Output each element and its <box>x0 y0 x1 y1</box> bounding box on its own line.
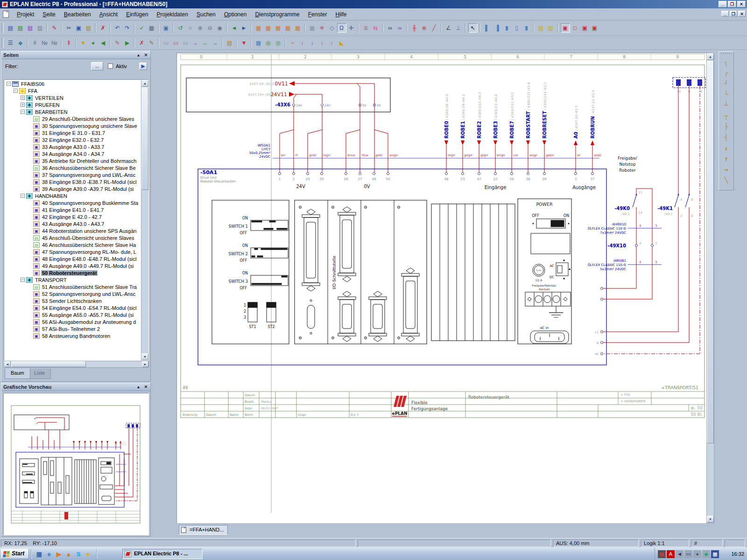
edit-plc-box-icon[interactable]: ▣ <box>590 23 599 33</box>
tree-item[interactable]: 43 Ausgänge A43.0 - A43.7 <box>5 220 141 227</box>
connection-corner-up-right-icon[interactable]: └ <box>720 89 732 99</box>
connection-point-up-icon[interactable]: ↑ <box>720 153 732 164</box>
tree-expander-icon[interactable]: − <box>21 194 25 198</box>
page-macro-save-icon[interactable]: ▶ <box>123 38 132 48</box>
tree-item[interactable]: 40 Spannungsversorgung Busklemme Sta <box>5 199 141 206</box>
tree-item[interactable]: 55 Ausgänge A55.0 -A55.7 RL-Modul (si <box>5 311 141 318</box>
connection-list-icon[interactable]: ◎ <box>274 38 283 48</box>
filter-browse-button[interactable]: ... <box>91 62 103 70</box>
t-node-down-icon[interactable]: ┬ <box>720 110 732 121</box>
drawing-vertical-scrollbar[interactable]: ▲ ▼ <box>706 53 714 523</box>
magnet-mode-icon[interactable]: Ω <box>337 23 346 33</box>
ungroup-icon[interactable]: ▨ <box>546 23 556 33</box>
menu-item-projekt[interactable]: Projekt <box>13 10 38 19</box>
tree-item[interactable]: 36 Anschlussübersicht Sicherer Slave Be <box>5 164 141 171</box>
select-tool-icon[interactable]: ↖ <box>468 23 478 33</box>
filter-dialog-icon[interactable]: ▼ <box>240 38 249 48</box>
language-icon[interactable]: ▦ <box>711 550 719 558</box>
tree-item[interactable]: +✚VERTEILEN <box>5 94 141 101</box>
tree-item[interactable]: 53 Sender Lichtschranken <box>5 297 141 304</box>
tree-item[interactable]: 48 Eingänge E48.0 -E48.7 RL-Modul (sicl <box>5 255 141 262</box>
insert-junction-icon[interactable]: ⊥ <box>454 23 463 33</box>
menu-item-suchen[interactable]: Suchen <box>192 10 220 19</box>
filter-active-checkbox[interactable] <box>108 63 113 69</box>
scroll-left-icon[interactable]: ◄ <box>4 361 11 367</box>
zoom-in-icon[interactable]: ⊕ <box>196 23 205 33</box>
grid-toggle-icon[interactable]: ▦ <box>308 23 317 33</box>
tree-item[interactable]: 46 Anschlussübersicht Sicherer Slave Ha <box>5 241 141 248</box>
pages-panel-header[interactable]: Seiten ▴ ✕ <box>1 51 150 59</box>
revision-edit-icon[interactable]: ✎ <box>147 38 156 48</box>
terminal-numbering-icon[interactable]: № <box>40 38 49 48</box>
undo-icon[interactable]: ↶ <box>113 23 122 33</box>
copy-icon[interactable]: ▣ <box>74 23 84 33</box>
folder-icon[interactable]: ■ <box>84 549 93 559</box>
tree-item[interactable]: 41 Eingänge E41.0 - E41.7 <box>5 206 141 213</box>
media-player-icon[interactable]: ▶ <box>54 549 63 559</box>
edit-terminal-strip-icon[interactable]: ≣ <box>361 23 371 33</box>
page-navigate-icon[interactable]: → <box>191 38 200 48</box>
drawing-viewport[interactable]: 012345678941X7:19- /42.2 /0V1141X7:19+ /… <box>176 53 706 523</box>
tree-item[interactable]: 30 Spannungsversogung unsichere Slave <box>5 122 141 129</box>
insert-symbol-icon[interactable]: ▦ <box>254 23 263 33</box>
check-project-icon[interactable]: ✓ <box>137 23 147 33</box>
tree-item[interactable]: 29 Anschluß-Übersicht unsichere Slaves <box>5 115 141 122</box>
insert-window-macro-icon[interactable]: ▦ <box>274 23 283 33</box>
tree-item[interactable]: 35 Antriebe für Drehteller und Bohrmasch <box>5 157 141 164</box>
insert-device-icon[interactable]: ▦ <box>293 23 303 33</box>
tree-item[interactable]: 45 Anschluß-Übersicht unsichere Slaves <box>5 234 141 241</box>
tree-expander-icon[interactable]: − <box>14 89 18 93</box>
tree-expander-icon[interactable]: − <box>21 110 25 114</box>
t-node-up-icon[interactable]: ┴ <box>720 99 732 110</box>
paste-icon[interactable]: ▤ <box>84 23 93 33</box>
previous-page-icon[interactable]: ◄ <box>230 23 239 33</box>
cable-numbering-icon[interactable]: № <box>50 38 59 48</box>
print-preview-icon[interactable]: ▣ <box>162 23 171 33</box>
properties-dialog-icon[interactable]: ▤ <box>225 38 234 48</box>
cut-icon[interactable]: ✂ <box>64 23 74 33</box>
pin-assign-1-icon[interactable]: ↓ <box>298 38 307 48</box>
group-icon[interactable]: ▨ <box>536 23 546 33</box>
panel-close-icon[interactable]: ✕ <box>143 384 149 390</box>
search-icon[interactable]: ∞ <box>386 23 395 33</box>
search-next-icon[interactable]: ∞ <box>395 23 405 33</box>
tree-item[interactable]: −✚HANDHABEN <box>5 192 141 199</box>
menu-item-ansicht[interactable]: Ansicht <box>95 10 122 19</box>
scroll-up-icon[interactable]: ▲ <box>707 53 714 60</box>
sheet-tab[interactable]: =FFA+HAND... <box>179 525 228 535</box>
tree-vscroll-thumb[interactable] <box>141 87 148 190</box>
tree-expander-icon[interactable]: + <box>21 103 25 107</box>
connection-point-down-icon[interactable]: ↓ <box>720 142 732 153</box>
pin-assign-2-icon[interactable]: ↓ <box>308 38 317 48</box>
snap-to-grid-icon[interactable]: ✳ <box>317 23 327 33</box>
preview-panel-header[interactable]: Grafische Vorschau ▴ ✕ <box>1 383 150 391</box>
scroll-down-icon[interactable]: ▼ <box>707 516 714 523</box>
symbol-select-icon[interactable]: ▼ <box>79 38 88 48</box>
menu-item-optionen[interactable]: Optionen <box>220 10 251 19</box>
next-page-icon[interactable]: ► <box>240 23 249 33</box>
maximize-button[interactable]: ❐ <box>728 1 736 7</box>
settings-wrench-icon[interactable]: ✎ <box>50 23 59 33</box>
page-copy-icon[interactable]: ▭ <box>181 38 190 48</box>
toolbar-grip[interactable] <box>721 53 732 56</box>
tree-item[interactable]: 54 Eingänge E54.0 -E54.7 RL-Modul (sicl <box>5 304 141 311</box>
project-data-lock-icon[interactable]: ◆ <box>16 38 25 48</box>
panel-pin-icon[interactable]: ▴ <box>135 384 141 390</box>
edit-structure-box-icon[interactable]: □ <box>571 23 580 33</box>
skype-icon[interactable]: S <box>74 549 83 559</box>
tree-horizontal-scrollbar[interactable]: ◄ ► <box>4 361 149 368</box>
internet-explorer-icon[interactable]: e <box>44 549 54 559</box>
volume-icon[interactable]: ◄ <box>676 550 684 558</box>
mdi-minimize-button[interactable]: _ <box>721 11 729 17</box>
connection-jump-icon[interactable]: → <box>720 164 732 175</box>
update-icon[interactable]: ● <box>693 550 701 558</box>
tree-item[interactable]: 47 Spannungsversorgung RL-Mo- dule, L <box>5 248 141 255</box>
align-left-icon[interactable]: ▮ <box>502 23 512 33</box>
coordinate-input-icon[interactable]: ✛ <box>347 23 356 33</box>
tree-item[interactable]: 33 Ausgänge A33.0 - A33.7 <box>5 143 141 150</box>
zoom-window-icon[interactable]: ○ <box>186 23 195 33</box>
scroll-down-icon[interactable]: ▼ <box>141 353 148 360</box>
insert-plug-icon[interactable]: ⊗ <box>420 23 429 33</box>
scroll-up-icon[interactable]: ▲ <box>141 80 148 87</box>
insert-angle-icon[interactable]: ∠ <box>444 23 453 33</box>
